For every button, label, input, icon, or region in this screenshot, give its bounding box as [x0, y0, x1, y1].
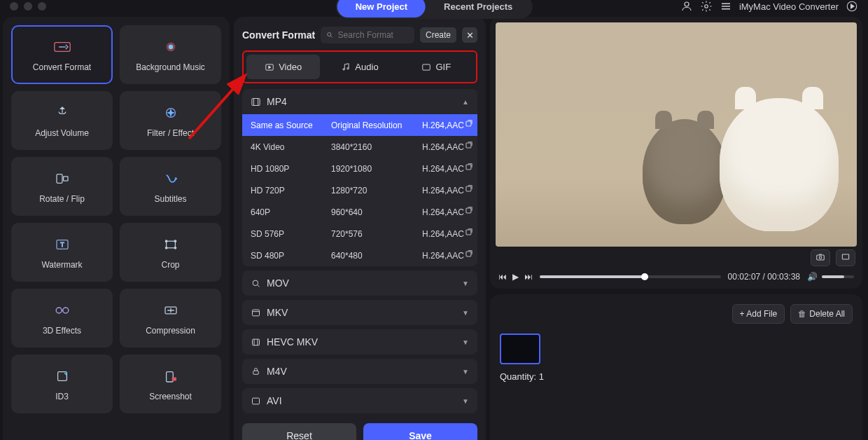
video-icon: [265, 62, 274, 72]
queue-pane: + Add File 🗑Delete All Quantity: 1: [490, 294, 862, 440]
prev-button[interactable]: ⏮: [498, 272, 507, 282]
tools-sidebar: Convert FormatBackground MusicAdjust Vol…: [3, 17, 230, 440]
svg-rect-40: [817, 255, 825, 260]
svg-rect-28: [466, 121, 471, 126]
format-header-mp4[interactable]: MP4▲: [242, 89, 477, 114]
gear-icon[interactable]: [700, 0, 713, 13]
time-display: 00:02:07 / 00:03:38: [728, 272, 800, 282]
next-button[interactable]: ⏭: [524, 272, 533, 282]
tool-icon: [50, 37, 75, 57]
titlebar: New Project Recent Projects iMyMac Video…: [0, 0, 868, 13]
edit-preset-icon[interactable]: [464, 184, 474, 194]
svg-rect-11: [166, 241, 175, 248]
tool-tile-screenshot[interactable]: Screenshot: [120, 355, 221, 413]
tool-label: Rotate / Flip: [39, 194, 85, 204]
format-header-mkv[interactable]: MKV▼: [242, 300, 477, 325]
add-file-button[interactable]: + Add File: [732, 304, 785, 324]
tool-icon: [158, 37, 183, 57]
tool-tile-3d-effects[interactable]: 3D Effects: [11, 289, 113, 348]
panel-title: Convert Format: [242, 29, 315, 41]
tool-tile-subtitles[interactable]: Subtitles: [120, 157, 221, 216]
camera-icon: [815, 252, 826, 262]
gif-icon: [421, 62, 431, 72]
quantity-label: Quantity: 1: [500, 371, 853, 382]
close-panel-button[interactable]: ✕: [462, 27, 477, 43]
minimize-dot[interactable]: [24, 2, 32, 11]
svg-rect-33: [466, 230, 471, 235]
volume-bar[interactable]: [822, 275, 854, 278]
fullscreen-button[interactable]: [836, 249, 855, 266]
delete-all-button[interactable]: 🗑Delete All: [790, 304, 853, 324]
svg-rect-7: [57, 174, 62, 184]
close-dot[interactable]: [10, 2, 18, 11]
save-button[interactable]: Save: [363, 423, 477, 440]
format-header-hevc-mkv[interactable]: HEVC MKV▼: [242, 329, 477, 355]
create-button[interactable]: Create: [420, 27, 456, 43]
snapshot-button[interactable]: [811, 249, 830, 266]
tool-label: Convert Format: [33, 62, 91, 72]
window-controls: [10, 2, 46, 11]
video-tab[interactable]: Video: [246, 55, 320, 79]
svg-rect-32: [466, 208, 471, 213]
format-header-avi[interactable]: AVI▼: [242, 388, 477, 413]
edit-preset-icon[interactable]: [464, 163, 474, 172]
convert-format-panel: Convert Format Create ✕ Video Audio: [234, 17, 486, 440]
svg-point-13: [174, 240, 176, 242]
reset-button[interactable]: Reset: [242, 423, 356, 440]
gif-tab[interactable]: GIF: [400, 55, 473, 79]
preset-row[interactable]: 640P960*640H.264,AAC: [242, 201, 477, 223]
svg-rect-21: [172, 378, 176, 381]
maximize-dot[interactable]: [38, 2, 46, 11]
edit-preset-icon[interactable]: [464, 141, 474, 151]
tool-icon: [50, 366, 75, 386]
tool-tile-compression[interactable]: Compression: [120, 289, 221, 348]
tool-tile-background-music[interactable]: Background Music: [120, 25, 221, 84]
tool-icon: [50, 169, 75, 188]
edit-preset-icon[interactable]: [464, 228, 474, 238]
svg-rect-31: [466, 186, 471, 191]
preset-row[interactable]: Same as SourceOriginal ResolutionH.264,A…: [242, 114, 477, 136]
preset-row[interactable]: 4K Video3840*2160H.264,AAC: [242, 136, 477, 158]
tool-tile-filter-effect[interactable]: Filter / Effect: [120, 91, 221, 150]
preset-row[interactable]: HD 1080P1920*1080H.264,AAC: [242, 158, 477, 179]
audio-tab[interactable]: Audio: [323, 55, 396, 79]
svg-rect-29: [466, 143, 471, 148]
format-header-m4v[interactable]: M4V▼: [242, 359, 477, 384]
fullscreen-icon: [840, 252, 851, 262]
preset-row[interactable]: HD 720P1280*720H.264,AAC: [242, 179, 477, 201]
user-icon[interactable]: [680, 0, 693, 13]
tool-tile-convert-format[interactable]: Convert Format: [11, 25, 113, 84]
menu-icon[interactable]: [720, 0, 732, 13]
preset-row[interactable]: SD 576P720*576H.264,AAC: [242, 223, 477, 245]
format-section-mp4: MP4▲ Same as SourceOriginal ResolutionH.…: [242, 89, 477, 266]
preset-row[interactable]: SD 480P640*480H.264,AAC: [242, 245, 477, 266]
seek-bar[interactable]: [540, 275, 721, 278]
tool-label: Filter / Effect: [147, 128, 194, 138]
format-header-mov[interactable]: MOV▼: [242, 270, 477, 296]
tool-icon: [158, 169, 183, 188]
recent-projects-tab[interactable]: Recent Projects: [426, 0, 531, 18]
queue-item[interactable]: [500, 334, 540, 364]
edit-preset-icon[interactable]: [464, 206, 474, 216]
svg-text:T: T: [60, 241, 64, 248]
play-button[interactable]: ▶: [512, 272, 519, 282]
new-project-tab[interactable]: New Project: [337, 0, 426, 18]
tool-label: Compression: [146, 326, 195, 336]
tool-tile-watermark[interactable]: TWatermark: [11, 223, 113, 282]
tool-tile-rotate-flip[interactable]: Rotate / Flip: [11, 157, 113, 216]
tool-tile-crop[interactable]: Crop: [120, 223, 221, 282]
media-type-tabs: Video Audio GIF: [242, 50, 477, 83]
edit-preset-icon[interactable]: [464, 249, 474, 259]
tool-tile-adjust-volume[interactable]: Adjust Volume: [11, 91, 113, 150]
play-badge-icon: [846, 0, 858, 13]
volume-icon[interactable]: 🔊: [807, 272, 818, 282]
edit-preset-icon[interactable]: [464, 119, 474, 129]
search-format-field[interactable]: [321, 27, 414, 43]
svg-rect-42: [842, 254, 848, 259]
tool-label: Background Music: [136, 62, 205, 72]
svg-point-0: [685, 2, 689, 6]
trash-icon: 🗑: [798, 309, 806, 319]
video-viewport[interactable]: [496, 22, 857, 247]
tool-tile-id3[interactable]: ID3: [11, 355, 113, 413]
search-input[interactable]: [338, 30, 409, 40]
